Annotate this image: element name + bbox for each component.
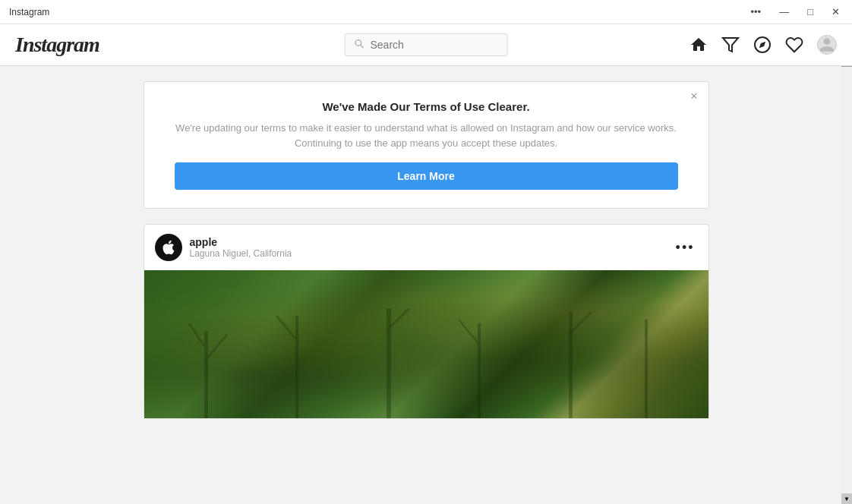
svg-rect-5 xyxy=(144,270,708,418)
navbar: Instagram xyxy=(0,24,852,66)
post-image xyxy=(144,270,708,418)
search-input[interactable] xyxy=(371,39,498,51)
learn-more-button[interactable]: Learn More xyxy=(175,162,678,190)
terms-close-button[interactable]: × xyxy=(690,90,697,103)
svg-rect-6 xyxy=(204,331,208,418)
svg-rect-11 xyxy=(645,320,648,418)
home-icon[interactable] xyxy=(689,36,708,54)
svg-line-14 xyxy=(276,316,295,339)
svg-marker-4 xyxy=(759,42,765,48)
more-button[interactable]: ••• xyxy=(747,6,764,17)
scroll-down-arrow[interactable]: ▼ xyxy=(841,493,852,504)
svg-rect-7 xyxy=(295,316,298,418)
svg-marker-2 xyxy=(723,38,738,52)
svg-rect-8 xyxy=(387,308,391,418)
terms-title: We've Made Our Terms of Use Clearer. xyxy=(175,100,678,113)
svg-line-12 xyxy=(189,323,204,346)
post-header: apple Laguna Niguel, California ••• xyxy=(144,225,708,270)
main-content: × We've Made Our Terms of Use Clearer. W… xyxy=(0,66,852,504)
svg-rect-10 xyxy=(569,312,573,418)
title-bar: Instagram ••• — □ ✕ xyxy=(0,0,852,24)
app-title: Instagram xyxy=(9,7,49,17)
maximize-button[interactable]: □ xyxy=(804,6,816,17)
search-container xyxy=(345,33,508,56)
post-avatar[interactable] xyxy=(155,234,182,261)
profile-icon[interactable] xyxy=(817,35,837,55)
explore-icon[interactable] xyxy=(753,36,772,54)
svg-line-1 xyxy=(361,45,364,48)
scrollbar-track: ▲ ▼ xyxy=(841,24,852,504)
post-card: apple Laguna Niguel, California ••• xyxy=(144,224,709,419)
nav-icons xyxy=(689,35,837,55)
post-username[interactable]: apple xyxy=(190,236,673,248)
svg-line-16 xyxy=(459,320,478,342)
search-bar[interactable] xyxy=(345,33,508,56)
terms-body: We're updating our terms to make it easi… xyxy=(175,121,678,150)
close-button[interactable]: ✕ xyxy=(828,6,843,17)
svg-rect-9 xyxy=(478,323,481,418)
window-controls: ••• — □ ✕ xyxy=(747,6,843,17)
terms-banner: × We've Made Our Terms of Use Clearer. W… xyxy=(144,81,709,209)
post-user-info: apple Laguna Niguel, California xyxy=(190,236,673,259)
heart-icon[interactable] xyxy=(785,36,803,54)
svg-point-0 xyxy=(355,40,361,46)
post-more-button[interactable]: ••• xyxy=(673,240,698,256)
post-location: Laguna Niguel, California xyxy=(190,248,673,259)
minimize-button[interactable]: — xyxy=(776,6,792,17)
instagram-logo[interactable]: Instagram xyxy=(15,33,99,57)
search-icon xyxy=(355,39,364,51)
activity-icon[interactable] xyxy=(721,36,740,54)
